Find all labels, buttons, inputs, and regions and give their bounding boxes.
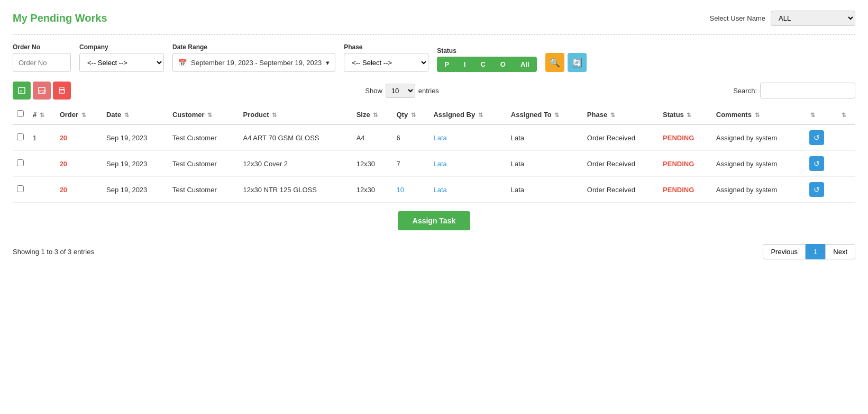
row-qty-1: 7 <box>392 151 429 177</box>
refresh-button[interactable]: 🔄 <box>568 53 587 72</box>
row-comments-0: Assigned by system <box>712 124 805 151</box>
row-assigned-by-2[interactable]: Lata <box>429 177 506 203</box>
col-customer: Customer ⇅ <box>168 105 239 124</box>
status-btn-i[interactable]: I <box>456 57 473 72</box>
phase-select[interactable]: <-- Select --> <box>344 53 428 72</box>
row-customer-1: Test Customer <box>168 151 239 177</box>
row-index-2 <box>29 177 56 203</box>
date-range-label: Date Range <box>172 43 335 51</box>
show-label: Show <box>365 87 382 95</box>
export-xlsx-button[interactable]: X <box>13 82 31 100</box>
row-checkbox-1[interactable] <box>17 159 24 166</box>
print-button[interactable] <box>53 82 71 100</box>
row-customer-2: Test Customer <box>168 177 239 203</box>
status-btn-p[interactable]: P <box>437 57 456 72</box>
col-checkbox <box>13 105 29 124</box>
order-no-label: Order No <box>13 43 71 51</box>
row-date-1: Sep 19, 2023 <box>102 151 168 177</box>
row-qty-2: 10 <box>392 177 429 203</box>
date-range-value: September 19, 2023 - September 19, 2023 <box>191 59 322 67</box>
col-product: Product ⇅ <box>239 105 352 124</box>
data-table: # ⇅ Order ⇅ Date ⇅ Customer ⇅ Product ⇅ … <box>13 105 855 203</box>
show-entries-control: Show 10 25 50 100 entries <box>365 84 439 98</box>
previous-page-button[interactable]: Previous <box>763 244 806 259</box>
row-phase-1: Order Received <box>583 151 659 177</box>
table-row: 20 Sep 19, 2023 Test Customer 12x30 NTR … <box>13 177 855 203</box>
row-checkbox-0[interactable] <box>17 133 24 140</box>
row-index-1 <box>29 151 56 177</box>
next-page-button[interactable]: Next <box>825 244 855 259</box>
row-assigned-to-0: Lata <box>507 124 583 151</box>
row-checkbox-2[interactable] <box>17 185 24 192</box>
col-assigned-to: Assigned To ⇅ <box>507 105 583 124</box>
entries-per-page-select[interactable]: 10 25 50 100 <box>386 84 415 98</box>
assign-task-button[interactable]: Assign Task <box>398 211 470 230</box>
row-product-0: A4 ART 70 GSM GLOSS <box>239 124 352 151</box>
row-comments-2: Assigned by system <box>712 177 805 203</box>
col-size: Size ⇅ <box>352 105 392 124</box>
pagination-controls: Previous 1 Next <box>763 244 855 259</box>
select-all-checkbox[interactable] <box>17 110 24 117</box>
row-assigned-to-2: Lata <box>507 177 583 203</box>
row-customer-0: Test Customer <box>168 124 239 151</box>
col-status: Status ⇅ <box>659 105 712 124</box>
page-title: My Pending Works <box>13 12 107 24</box>
row-action-btn-0[interactable]: ↺ <box>809 130 824 145</box>
data-table-wrapper: # ⇅ Order ⇅ Date ⇅ Customer ⇅ Product ⇅ … <box>13 105 855 203</box>
row-status-2: PENDING <box>659 177 712 203</box>
col-action2: ⇅ <box>836 105 855 124</box>
phase-label: Phase <box>344 43 428 51</box>
status-btn-o[interactable]: O <box>493 57 513 72</box>
row-qty-0: 6 <box>392 124 429 151</box>
row-action-btn-1[interactable]: ↺ <box>809 156 824 171</box>
row-assigned-to-1: Lata <box>507 151 583 177</box>
col-comments: Comments ⇅ <box>712 105 805 124</box>
col-phase: Phase ⇅ <box>583 105 659 124</box>
row-size-2: 12x30 <box>352 177 392 203</box>
status-btn-c[interactable]: C <box>473 57 492 72</box>
row-status-1: PENDING <box>659 151 712 177</box>
row-phase-2: Order Received <box>583 177 659 203</box>
row-action-btn-2[interactable]: ↺ <box>809 182 824 197</box>
company-label: Company <box>79 43 164 51</box>
date-range-picker[interactable]: 📅 September 19, 2023 - September 19, 202… <box>172 53 335 72</box>
row-product-1: 12x30 Cover 2 <box>239 151 352 177</box>
col-date: Date ⇅ <box>102 105 168 124</box>
export-buttons: X PDF <box>13 82 71 100</box>
status-btn-all[interactable]: All <box>513 57 537 72</box>
col-hash: # ⇅ <box>29 105 56 124</box>
user-name-select[interactable]: ALL <box>771 11 855 26</box>
row-comments-1: Assigned by system <box>712 151 805 177</box>
col-assigned-by: Assigned By ⇅ <box>429 105 506 124</box>
col-qty: Qty ⇅ <box>392 105 429 124</box>
order-no-input[interactable] <box>13 53 71 72</box>
date-range-chevron: ▾ <box>326 59 330 67</box>
row-order-1: 20 <box>56 151 102 177</box>
page-1-button[interactable]: 1 <box>806 244 825 259</box>
col-order: Order ⇅ <box>56 105 102 124</box>
row-phase-0: Order Received <box>583 124 659 151</box>
row-assigned-by-0[interactable]: Lata <box>429 124 506 151</box>
row-order-0: 20 <box>56 124 102 151</box>
row-date-0: Sep 19, 2023 <box>102 124 168 151</box>
col-action1: ⇅ <box>805 105 836 124</box>
export-pdf-button[interactable]: PDF <box>33 82 51 100</box>
company-select[interactable]: <-- Select --> <box>79 53 164 72</box>
svg-text:PDF: PDF <box>39 89 46 93</box>
user-select-label: Select User Name <box>710 14 765 22</box>
row-size-0: A4 <box>352 124 392 151</box>
table-row: 1 20 Sep 19, 2023 Test Customer A4 ART 7… <box>13 124 855 151</box>
row-size-1: 12x30 <box>352 151 392 177</box>
status-label: Status <box>437 47 536 55</box>
search-input[interactable] <box>760 83 855 98</box>
row-order-2: 20 <box>56 177 102 203</box>
status-button-group: P I C O All <box>437 57 536 72</box>
search-label: Search: <box>733 87 757 95</box>
showing-text: Showing 1 to 3 of 3 entries <box>13 248 94 256</box>
row-product-2: 12x30 NTR 125 GLOSS <box>239 177 352 203</box>
row-status-0: PENDING <box>659 124 712 151</box>
row-assigned-by-1[interactable]: Lata <box>429 151 506 177</box>
search-filter-button[interactable]: 🔍 <box>545 53 564 72</box>
row-date-2: Sep 19, 2023 <box>102 177 168 203</box>
calendar-icon: 📅 <box>178 59 187 67</box>
